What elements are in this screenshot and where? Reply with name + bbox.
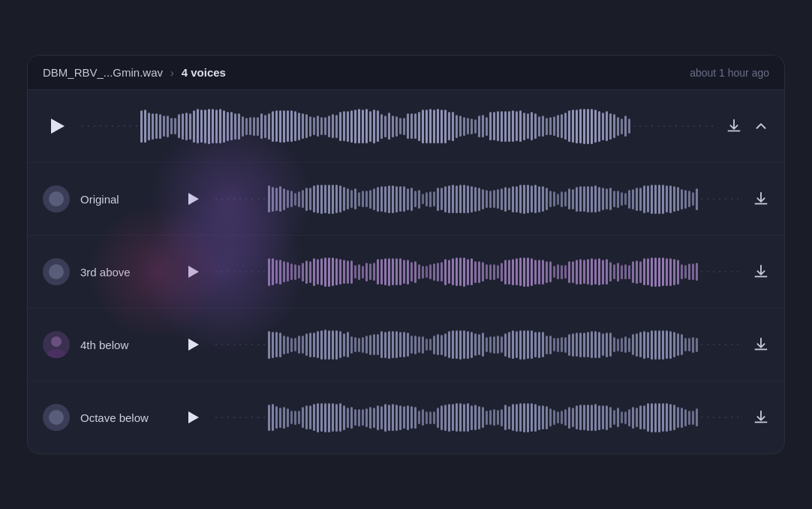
waveform-bar [478, 261, 480, 283]
waveform-bar [124, 125, 125, 127]
waveform-bar [504, 333, 507, 357]
waveform-bar [553, 410, 555, 425]
master-download-button[interactable] [726, 118, 742, 134]
waveform-bar [354, 188, 356, 209]
waveform-bar [471, 332, 473, 358]
waveform-bar [658, 258, 660, 287]
waveform-bar [163, 116, 165, 137]
waveform-bar [426, 339, 428, 351]
waveform-bar [705, 125, 707, 127]
master-play-button[interactable] [43, 113, 70, 140]
waveform-bar [617, 408, 619, 427]
waveform-bar [178, 114, 180, 138]
waveform-bar [373, 110, 375, 143]
waveform-bar [362, 191, 364, 207]
header-left: DBM_RBV_...Gmin.wav › 4 voices [43, 66, 226, 79]
waveform-bar [350, 407, 353, 429]
waveform-bar [429, 109, 432, 143]
waveform-bar [474, 187, 477, 212]
waveform-bar [239, 344, 241, 345]
waveform-bar [731, 344, 732, 345]
waveform-bar [249, 117, 251, 135]
download-icon-original [753, 191, 769, 207]
waveform-bar [643, 185, 645, 213]
waveform-bar [144, 110, 146, 143]
play-icon [51, 119, 65, 134]
waveform-bar [328, 258, 330, 287]
waveform-bar [414, 407, 417, 429]
waveform-bar [602, 405, 604, 429]
waveform-bar [531, 112, 533, 140]
waveform-bar [658, 330, 660, 360]
waveform-bar [538, 186, 540, 212]
waveform-bar [411, 188, 413, 211]
waveform-bar [287, 408, 289, 427]
waveform-bar [519, 403, 522, 432]
waveform-bar [208, 109, 210, 144]
waveform-bar [414, 336, 417, 354]
waveform-bar [459, 185, 462, 213]
waveform-bar [298, 113, 300, 140]
waveform-bar [200, 110, 203, 143]
master-collapse-button[interactable] [753, 118, 769, 134]
waveform-bar [320, 185, 323, 214]
waveform-bar [403, 118, 405, 135]
download-button-3rd-above[interactable] [753, 264, 769, 280]
waveform-bar [174, 118, 176, 134]
waveform-bar [422, 336, 424, 354]
waveform-bar [429, 339, 432, 351]
waveform-bar [215, 344, 217, 345]
avatar-circle-3rd-above [49, 264, 64, 279]
waveform-bar [549, 408, 552, 426]
download-button-4th-below[interactable] [753, 336, 769, 353]
waveform-bar [433, 411, 435, 424]
waveform-bar [583, 260, 585, 284]
waveform-bar [639, 405, 642, 429]
waveform-bar [215, 198, 217, 200]
waveform-bar [148, 113, 150, 140]
waveform-bar [594, 259, 597, 285]
waveform-bar [384, 116, 386, 137]
download-button-original[interactable] [753, 191, 769, 207]
avatar-3rd-above [43, 258, 70, 285]
waveform-bar [673, 405, 675, 430]
waveform-bar [617, 117, 619, 136]
waveform-bar [688, 191, 690, 207]
play-icon-original [188, 193, 199, 205]
download-button-octave-below[interactable] [753, 409, 769, 426]
waveform-bar [666, 330, 668, 359]
waveform-bar [699, 125, 701, 127]
play-button-3rd-above[interactable] [181, 261, 203, 283]
waveform-bar [377, 259, 379, 285]
waveform-bar [328, 403, 330, 432]
waveform-bar [275, 188, 278, 211]
waveform-bar [531, 403, 533, 432]
waveform-bar [489, 191, 492, 208]
play-button-octave-below[interactable] [181, 406, 203, 429]
waveform-bar [696, 408, 698, 426]
avatar-4th-below [43, 331, 70, 358]
waveform-bar [534, 332, 537, 357]
waveform-bar [305, 188, 308, 211]
waveform-bar [549, 261, 552, 282]
waveform-bar [684, 265, 687, 279]
play-button-original[interactable] [181, 188, 203, 210]
waveform-bar [587, 405, 589, 431]
waveform-bar [677, 407, 679, 428]
waveform-bar [350, 190, 353, 208]
waveform-bar [257, 344, 259, 345]
waveform-bar [692, 192, 694, 206]
waveform-bar [583, 405, 585, 430]
play-button-4th-below[interactable] [181, 333, 203, 356]
waveform-bar [512, 110, 514, 142]
waveform-bar [437, 334, 439, 355]
waveform-bar [384, 332, 386, 358]
waveform-bar [613, 191, 615, 207]
waveform-bar [227, 271, 229, 273]
waveform-bar [189, 113, 191, 140]
waveform-bar [155, 113, 158, 139]
waveform-bar [407, 260, 409, 285]
waveform-bar [459, 330, 462, 360]
waveform-bar [251, 417, 253, 418]
waveform-bar [251, 344, 253, 345]
